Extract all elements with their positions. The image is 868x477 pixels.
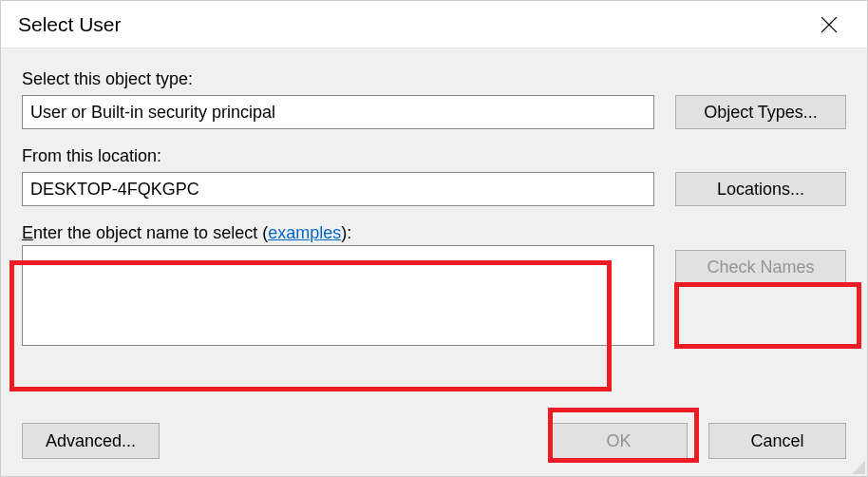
object-name-group: Enter the object name to select (example… (22, 223, 654, 346)
resize-grip-icon[interactable] (850, 459, 865, 474)
cancel-button[interactable]: Cancel (708, 423, 846, 459)
footer-right: OK Cancel (550, 423, 846, 459)
titlebar: Select User (1, 1, 867, 48)
locations-button[interactable]: Locations... (675, 172, 846, 206)
check-names-button[interactable]: Check Names (675, 250, 846, 284)
object-types-button[interactable]: Object Types... (675, 95, 846, 129)
location-value: DESKTOP-4FQKGPC (22, 172, 654, 206)
enter-suffix: ): (341, 223, 351, 242)
location-label: From this location: (22, 146, 654, 166)
check-names-wrap: Check Names (675, 223, 846, 284)
examples-link[interactable]: examples (268, 223, 341, 242)
advanced-button[interactable]: Advanced... (22, 423, 160, 459)
object-type-label: Select this object type: (22, 69, 654, 89)
dialog-title: Select User (18, 13, 122, 36)
object-name-row: Enter the object name to select (example… (22, 223, 846, 346)
enter-prefix: nter the object name to select ( (33, 223, 268, 242)
ok-button[interactable]: OK (550, 423, 688, 459)
object-name-label: Enter the object name to select (example… (22, 223, 654, 243)
dialog-content: Select this object type: User or Built-i… (1, 48, 867, 476)
close-icon (821, 16, 838, 33)
location-group: From this location: DESKTOP-4FQKGPC (22, 146, 654, 206)
object-type-group: Select this object type: User or Built-i… (22, 69, 654, 129)
footer: Advanced... OK Cancel (22, 423, 846, 459)
close-button[interactable] (808, 4, 850, 46)
object-type-row: Select this object type: User or Built-i… (22, 69, 846, 129)
location-row: From this location: DESKTOP-4FQKGPC Loca… (22, 146, 846, 206)
object-type-value: User or Built-in security principal (22, 95, 654, 129)
object-name-input[interactable] (22, 245, 654, 346)
